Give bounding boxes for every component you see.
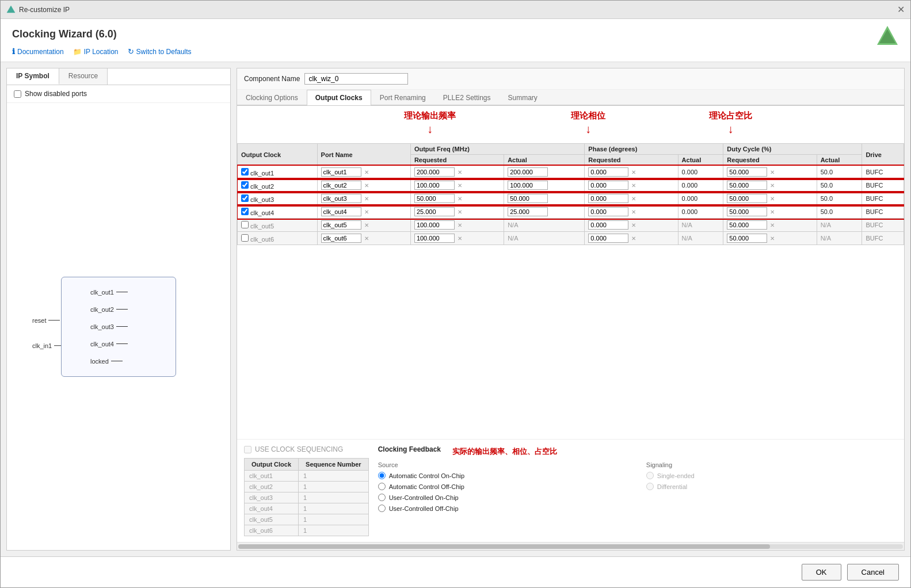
cancel-button[interactable]: Cancel bbox=[847, 564, 899, 581]
tab-port-renaming[interactable]: Port Renaming bbox=[371, 90, 434, 105]
cell-duty-req: ✕ bbox=[723, 205, 817, 219]
header: Clocking Wizard (6.0) ℹ Documentation 📁 … bbox=[1, 19, 910, 62]
radio-auto-off-chip[interactable]: Automatic Control Off-Chip bbox=[378, 483, 629, 490]
enable-checkbox[interactable] bbox=[241, 168, 249, 175]
feedback-row: Source Automatic Control On-Chip Automat… bbox=[378, 461, 897, 512]
cell-freq-req: ✕ bbox=[410, 219, 504, 232]
ok-button[interactable]: OK bbox=[802, 564, 841, 581]
ip-symbol-area: reset clk_in1 clk_out1 bbox=[7, 103, 230, 550]
clear-phase-icon[interactable]: ✕ bbox=[631, 235, 636, 242]
clear-port-icon[interactable]: ✕ bbox=[364, 235, 369, 242]
close-icon[interactable]: ✕ bbox=[897, 4, 905, 15]
signaling-title: Signaling bbox=[646, 461, 897, 468]
clear-freq-icon[interactable]: ✕ bbox=[458, 235, 462, 242]
seq-cell-clock: clk_out4 bbox=[245, 503, 299, 514]
cell-enable: clk_out4 bbox=[238, 205, 318, 219]
tab-clocking-options[interactable]: Clocking Options bbox=[237, 90, 307, 105]
clear-freq-icon[interactable]: ✕ bbox=[458, 222, 462, 228]
ip-location-button[interactable]: 📁 IP Location bbox=[73, 48, 119, 56]
seq-col-clock: Output Clock bbox=[245, 459, 299, 471]
table-row: clk_out4 ✕ ✕ ✕ 0.000 ✕ 50.0 BUFC bbox=[238, 205, 904, 219]
enable-checkbox[interactable] bbox=[241, 181, 249, 189]
clear-port-icon[interactable]: ✕ bbox=[364, 196, 369, 202]
tab-summary[interactable]: Summary bbox=[500, 90, 546, 105]
seq-cell-num: 1 bbox=[299, 514, 369, 525]
toolbar: ℹ Documentation 📁 IP Location ↻ Switch t… bbox=[12, 47, 899, 56]
enable-checkbox[interactable] bbox=[241, 234, 249, 242]
seq-cell-num: 1 bbox=[299, 525, 369, 536]
clear-port-icon[interactable]: ✕ bbox=[364, 222, 369, 228]
cell-drive: BUFC bbox=[862, 205, 904, 219]
clear-port-icon[interactable]: ✕ bbox=[364, 169, 369, 175]
cell-phase-act: 0.000 bbox=[678, 179, 723, 192]
enable-checkbox[interactable] bbox=[241, 221, 249, 228]
use-clock-seq-checkbox[interactable] bbox=[244, 446, 251, 453]
col-freq-act: Actual bbox=[504, 155, 585, 166]
clear-duty-icon[interactable]: ✕ bbox=[770, 169, 775, 175]
component-name-input[interactable] bbox=[304, 73, 408, 85]
cell-duty-act: N/A bbox=[817, 232, 862, 245]
tab-plle2-settings[interactable]: PLLE2 Settings bbox=[434, 90, 500, 105]
cell-freq-req: ✕ bbox=[410, 205, 504, 219]
clear-freq-icon[interactable]: ✕ bbox=[458, 182, 462, 189]
use-clock-seq-label: USE CLOCK SEQUENCING bbox=[255, 445, 343, 453]
enable-checkbox[interactable] bbox=[241, 208, 249, 215]
cell-drive: BUFC bbox=[862, 219, 904, 232]
seq-table: Output Clock Sequence Number clk_out1 1 … bbox=[244, 458, 369, 536]
clear-phase-icon[interactable]: ✕ bbox=[631, 182, 636, 189]
cell-phase-req: ✕ bbox=[585, 166, 678, 179]
component-name-label: Component Name bbox=[244, 75, 300, 83]
clear-duty-icon[interactable]: ✕ bbox=[770, 196, 775, 202]
radio-differential[interactable]: Differential bbox=[646, 483, 897, 490]
cell-drive: BUFC bbox=[862, 232, 904, 245]
col-duty-act: Actual bbox=[817, 155, 862, 166]
clear-phase-icon[interactable]: ✕ bbox=[631, 196, 636, 202]
port-clk-out2: clk_out2 bbox=[90, 306, 128, 313]
signaling-col: Signaling Single-ended Differential bbox=[646, 461, 897, 512]
title-bar-text: Re-customize IP bbox=[19, 6, 897, 14]
cell-phase-req: ✕ bbox=[585, 179, 678, 192]
clock-seq-panel: USE CLOCK SEQUENCING Output Clock Sequen… bbox=[244, 445, 369, 536]
tab-ip-symbol[interactable]: IP Symbol bbox=[7, 68, 59, 85]
clear-port-icon[interactable]: ✕ bbox=[364, 182, 369, 189]
cell-phase-req: ✕ bbox=[585, 232, 678, 245]
cell-phase-req: ✕ bbox=[585, 219, 678, 232]
horizontal-scrollbar[interactable] bbox=[237, 542, 904, 550]
clear-port-icon[interactable]: ✕ bbox=[364, 209, 369, 215]
clear-phase-icon[interactable]: ✕ bbox=[631, 222, 636, 228]
cell-freq-req: ✕ bbox=[410, 166, 504, 179]
footer: OK Cancel bbox=[1, 556, 910, 587]
clear-duty-icon[interactable]: ✕ bbox=[770, 222, 775, 228]
switch-defaults-button[interactable]: ↻ Switch to Defaults bbox=[128, 47, 192, 56]
cell-duty-req: ✕ bbox=[723, 179, 817, 192]
radio-single-ended[interactable]: Single-ended bbox=[646, 472, 897, 479]
tab-resource[interactable]: Resource bbox=[59, 68, 108, 85]
clock-table: Output Clock Port Name Output Freq (MHz)… bbox=[237, 143, 904, 245]
col-port-name: Port Name bbox=[317, 144, 410, 166]
title-bar: Re-customize IP ✕ bbox=[1, 1, 910, 19]
documentation-button[interactable]: ℹ Documentation bbox=[12, 47, 64, 56]
enable-checkbox[interactable] bbox=[241, 194, 249, 202]
clear-phase-icon[interactable]: ✕ bbox=[631, 169, 636, 175]
clear-duty-icon[interactable]: ✕ bbox=[770, 209, 775, 215]
radio-user-on-chip[interactable]: User-Controlled On-Chip bbox=[378, 494, 629, 501]
tab-bar: Clocking Options Output Clocks Port Rena… bbox=[237, 90, 904, 106]
cell-enable: clk_out1 bbox=[238, 166, 318, 179]
signaling-radio-group: Single-ended Differential bbox=[646, 472, 897, 490]
tab-output-clocks[interactable]: Output Clocks bbox=[307, 90, 371, 105]
cell-phase-act: N/A bbox=[678, 232, 723, 245]
seq-table-row: clk_out5 1 bbox=[245, 514, 369, 525]
table-wrapper[interactable]: Output Clock Port Name Output Freq (MHz)… bbox=[237, 143, 904, 439]
show-disabled-checkbox[interactable] bbox=[14, 90, 21, 98]
seq-col-num: Sequence Number bbox=[299, 459, 369, 471]
seq-table-row: clk_out2 1 bbox=[245, 482, 369, 492]
clear-freq-icon[interactable]: ✕ bbox=[458, 209, 462, 215]
radio-auto-on-chip[interactable]: Automatic Control On-Chip bbox=[378, 472, 629, 479]
clear-duty-icon[interactable]: ✕ bbox=[770, 182, 775, 189]
clear-freq-icon[interactable]: ✕ bbox=[458, 169, 462, 175]
clear-duty-icon[interactable]: ✕ bbox=[770, 235, 775, 242]
radio-user-off-chip[interactable]: User-Controlled Off-Chip bbox=[378, 505, 629, 512]
clear-phase-icon[interactable]: ✕ bbox=[631, 209, 636, 215]
clear-freq-icon[interactable]: ✕ bbox=[458, 196, 462, 202]
source-radio-group: Automatic Control On-Chip Automatic Cont… bbox=[378, 472, 629, 512]
